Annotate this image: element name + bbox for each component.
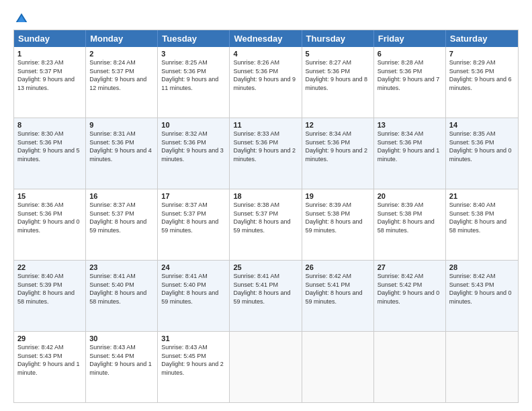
calendar-row-1: 1Sunrise: 8:23 AMSunset: 5:37 PMDaylight… — [14, 47, 518, 118]
day-info: Sunrise: 8:28 AMSunset: 5:36 PMDaylight:… — [378, 58, 442, 92]
day-info: Sunrise: 8:41 AMSunset: 5:40 PMDaylight:… — [89, 272, 154, 306]
header-day-friday: Friday — [374, 30, 446, 47]
day-number: 27 — [378, 263, 442, 271]
day-info: Sunrise: 8:42 AMSunset: 5:43 PMDaylight:… — [449, 272, 515, 306]
day-info: Sunrise: 8:35 AMSunset: 5:36 PMDaylight:… — [449, 130, 515, 163]
day-number: 12 — [306, 121, 370, 129]
calendar-cell: 11Sunrise: 8:33 AMSunset: 5:36 PMDayligh… — [230, 118, 302, 189]
day-number: 22 — [17, 263, 82, 271]
calendar-cell: 10Sunrise: 8:32 AMSunset: 5:36 PMDayligh… — [158, 118, 230, 189]
day-info: Sunrise: 8:37 AMSunset: 5:37 PMDaylight:… — [161, 201, 226, 234]
day-info: Sunrise: 8:38 AMSunset: 5:37 PMDaylight:… — [233, 201, 298, 234]
day-number: 25 — [233, 263, 298, 271]
calendar-cell: 14Sunrise: 8:35 AMSunset: 5:36 PMDayligh… — [446, 118, 518, 189]
calendar-cell: 19Sunrise: 8:39 AMSunset: 5:38 PMDayligh… — [302, 189, 374, 260]
day-number: 19 — [306, 192, 370, 200]
day-number: 30 — [89, 334, 154, 342]
day-number: 4 — [233, 50, 298, 58]
calendar-cell: 3Sunrise: 8:25 AMSunset: 5:36 PMDaylight… — [158, 47, 230, 118]
day-info: Sunrise: 8:43 AMSunset: 5:45 PMDaylight:… — [161, 343, 226, 377]
calendar-cell: 5Sunrise: 8:27 AMSunset: 5:36 PMDaylight… — [302, 47, 374, 118]
calendar-row-3: 15Sunrise: 8:36 AMSunset: 5:36 PMDayligh… — [14, 189, 518, 261]
header-day-monday: Monday — [86, 30, 158, 47]
day-info: Sunrise: 8:34 AMSunset: 5:36 PMDaylight:… — [306, 130, 370, 163]
calendar-cell: 13Sunrise: 8:34 AMSunset: 5:36 PMDayligh… — [374, 118, 446, 189]
day-info: Sunrise: 8:40 AMSunset: 5:39 PMDaylight:… — [17, 272, 82, 306]
calendar-row-4: 22Sunrise: 8:40 AMSunset: 5:39 PMDayligh… — [14, 261, 518, 332]
logo — [13, 12, 28, 26]
calendar-cell: 12Sunrise: 8:34 AMSunset: 5:36 PMDayligh… — [302, 118, 374, 189]
header-day-sunday: Sunday — [14, 30, 86, 47]
day-number: 21 — [449, 192, 515, 200]
day-number: 18 — [233, 192, 298, 200]
day-number: 1 — [17, 50, 82, 58]
header-day-wednesday: Wednesday — [230, 30, 302, 47]
calendar-cell: 22Sunrise: 8:40 AMSunset: 5:39 PMDayligh… — [14, 261, 86, 331]
day-number: 8 — [17, 121, 82, 129]
calendar-cell: 15Sunrise: 8:36 AMSunset: 5:36 PMDayligh… — [14, 189, 86, 260]
day-number: 20 — [378, 192, 442, 200]
day-number: 14 — [449, 121, 515, 129]
calendar-cell: 30Sunrise: 8:43 AMSunset: 5:44 PMDayligh… — [86, 332, 158, 402]
logo-icon — [15, 12, 28, 26]
day-info: Sunrise: 8:36 AMSunset: 5:36 PMDaylight:… — [17, 201, 82, 234]
day-number: 9 — [89, 121, 154, 129]
calendar-row-2: 8Sunrise: 8:30 AMSunset: 5:36 PMDaylight… — [14, 118, 518, 189]
calendar-cell — [302, 332, 374, 402]
day-info: Sunrise: 8:39 AMSunset: 5:38 PMDaylight:… — [378, 201, 442, 234]
day-number: 15 — [17, 192, 82, 200]
day-number: 11 — [233, 121, 298, 129]
day-info: Sunrise: 8:31 AMSunset: 5:36 PMDaylight:… — [89, 130, 154, 163]
calendar-body: 1Sunrise: 8:23 AMSunset: 5:37 PMDaylight… — [14, 47, 518, 402]
calendar-cell: 27Sunrise: 8:42 AMSunset: 5:42 PMDayligh… — [374, 261, 446, 331]
header — [13, 12, 519, 26]
calendar: SundayMondayTuesdayWednesdayThursdayFrid… — [13, 30, 519, 403]
day-number: 7 — [449, 50, 515, 58]
day-number: 16 — [89, 192, 154, 200]
day-info: Sunrise: 8:43 AMSunset: 5:44 PMDaylight:… — [89, 343, 154, 377]
day-number: 26 — [306, 263, 370, 271]
calendar-cell: 8Sunrise: 8:30 AMSunset: 5:36 PMDaylight… — [14, 118, 86, 189]
calendar-cell: 25Sunrise: 8:41 AMSunset: 5:41 PMDayligh… — [230, 261, 302, 331]
day-info: Sunrise: 8:24 AMSunset: 5:37 PMDaylight:… — [89, 58, 154, 92]
day-info: Sunrise: 8:29 AMSunset: 5:36 PMDaylight:… — [449, 58, 515, 92]
day-info: Sunrise: 8:23 AMSunset: 5:37 PMDaylight:… — [17, 58, 82, 92]
day-info: Sunrise: 8:33 AMSunset: 5:36 PMDaylight:… — [233, 130, 298, 163]
day-info: Sunrise: 8:30 AMSunset: 5:36 PMDaylight:… — [17, 130, 82, 163]
calendar-cell — [446, 332, 518, 402]
calendar-cell: 16Sunrise: 8:37 AMSunset: 5:37 PMDayligh… — [86, 189, 158, 260]
header-day-saturday: Saturday — [446, 30, 518, 47]
calendar-cell: 4Sunrise: 8:26 AMSunset: 5:36 PMDaylight… — [230, 47, 302, 118]
day-number: 2 — [89, 50, 154, 58]
calendar-cell: 9Sunrise: 8:31 AMSunset: 5:36 PMDaylight… — [86, 118, 158, 189]
day-number: 28 — [449, 263, 515, 271]
calendar-cell: 18Sunrise: 8:38 AMSunset: 5:37 PMDayligh… — [230, 189, 302, 260]
day-number: 3 — [161, 50, 226, 58]
calendar-cell: 1Sunrise: 8:23 AMSunset: 5:37 PMDaylight… — [14, 47, 86, 118]
page: SundayMondayTuesdayWednesdayThursdayFrid… — [0, 0, 532, 411]
day-info: Sunrise: 8:26 AMSunset: 5:36 PMDaylight:… — [233, 58, 298, 92]
calendar-cell — [230, 332, 302, 402]
calendar-cell: 26Sunrise: 8:42 AMSunset: 5:41 PMDayligh… — [302, 261, 374, 331]
calendar-cell: 24Sunrise: 8:41 AMSunset: 5:40 PMDayligh… — [158, 261, 230, 331]
calendar-cell: 7Sunrise: 8:29 AMSunset: 5:36 PMDaylight… — [446, 47, 518, 118]
day-info: Sunrise: 8:41 AMSunset: 5:40 PMDaylight:… — [161, 272, 226, 306]
day-info: Sunrise: 8:25 AMSunset: 5:36 PMDaylight:… — [161, 58, 226, 92]
calendar-cell: 17Sunrise: 8:37 AMSunset: 5:37 PMDayligh… — [158, 189, 230, 260]
day-number: 31 — [161, 334, 226, 342]
calendar-cell: 31Sunrise: 8:43 AMSunset: 5:45 PMDayligh… — [158, 332, 230, 402]
calendar-cell — [374, 332, 446, 402]
day-info: Sunrise: 8:34 AMSunset: 5:36 PMDaylight:… — [378, 130, 442, 163]
header-day-tuesday: Tuesday — [158, 30, 230, 47]
day-number: 5 — [306, 50, 370, 58]
calendar-row-5: 29Sunrise: 8:42 AMSunset: 5:43 PMDayligh… — [14, 332, 518, 402]
day-info: Sunrise: 8:42 AMSunset: 5:43 PMDaylight:… — [17, 343, 82, 377]
day-info: Sunrise: 8:32 AMSunset: 5:36 PMDaylight:… — [161, 130, 226, 163]
calendar-header: SundayMondayTuesdayWednesdayThursdayFrid… — [14, 30, 518, 47]
day-info: Sunrise: 8:42 AMSunset: 5:42 PMDaylight:… — [378, 272, 442, 306]
day-number: 6 — [378, 50, 442, 58]
day-info: Sunrise: 8:42 AMSunset: 5:41 PMDaylight:… — [306, 272, 370, 306]
day-info: Sunrise: 8:41 AMSunset: 5:41 PMDaylight:… — [233, 272, 298, 306]
day-number: 13 — [378, 121, 442, 129]
day-info: Sunrise: 8:39 AMSunset: 5:38 PMDaylight:… — [306, 201, 370, 234]
